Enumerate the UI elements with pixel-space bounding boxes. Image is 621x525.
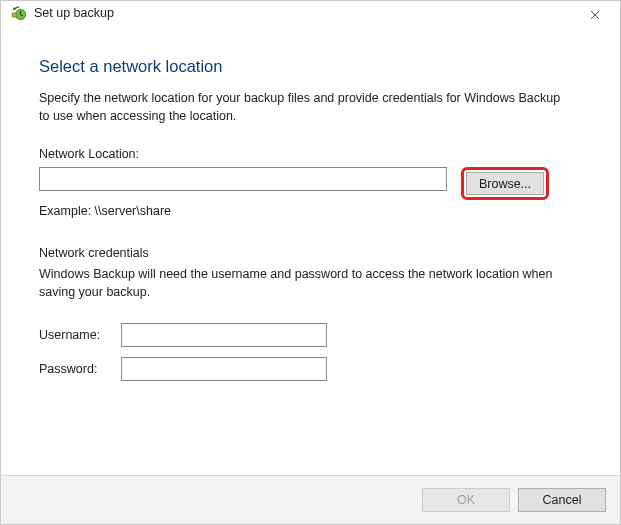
password-row: Password: [39, 357, 586, 381]
credentials-heading: Network credentials [39, 246, 586, 260]
page-description: Specify the network location for your ba… [39, 90, 569, 125]
svg-rect-1 [12, 13, 17, 17]
ok-button: OK [422, 488, 510, 512]
username-label: Username: [39, 328, 121, 342]
titlebar: Set up backup [1, 1, 620, 29]
dialog-footer: OK Cancel [1, 475, 620, 524]
credentials-description: Windows Backup will need the username an… [39, 266, 579, 301]
setup-backup-dialog: Set up backup Select a network location … [0, 0, 621, 525]
network-location-input[interactable] [39, 167, 447, 191]
close-button[interactable] [580, 5, 610, 25]
password-input[interactable] [121, 357, 327, 381]
browse-button[interactable]: Browse... [466, 172, 544, 195]
content-area: Select a network location Specify the ne… [1, 29, 620, 475]
cancel-button[interactable]: Cancel [518, 488, 606, 512]
browse-highlight: Browse... [461, 167, 549, 200]
page-heading: Select a network location [39, 57, 586, 76]
network-location-row: Browse... [39, 167, 586, 200]
password-label: Password: [39, 362, 121, 376]
window-title: Set up backup [34, 6, 114, 20]
network-location-label: Network Location: [39, 147, 586, 161]
username-row: Username: [39, 323, 586, 347]
username-input[interactable] [121, 323, 327, 347]
example-text: Example: \\server\share [39, 204, 586, 218]
backup-icon [11, 5, 27, 21]
